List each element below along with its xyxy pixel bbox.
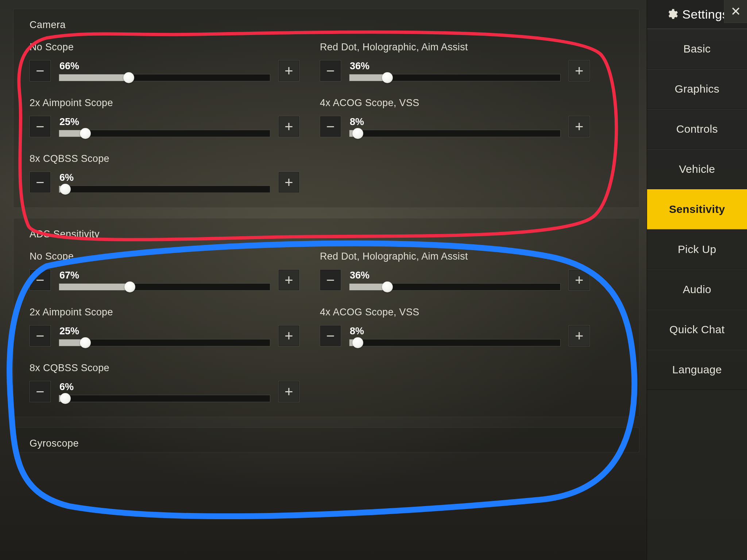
slider-value: 66%: [59, 61, 270, 72]
settings-main: Camera No Scope − 66% +: [0, 0, 647, 560]
slider-value: 25%: [59, 116, 270, 128]
slider-value: 8%: [350, 116, 561, 128]
slider-2x-scope: 2x Aimpoint Scope − 25% +: [30, 307, 299, 346]
plus-button[interactable]: +: [569, 116, 590, 137]
tab-label: Quick Chat: [669, 323, 724, 336]
settings-sidebar: Settings ✕ Basic Graphics Controls Vehic…: [647, 0, 747, 560]
slider-track[interactable]: 8%: [349, 114, 561, 137]
slider-track[interactable]: 67%: [59, 267, 270, 291]
slider-4x-scope: 4x ACOG Scope, VSS − 8% +: [320, 307, 590, 346]
tab-quick-chat[interactable]: Quick Chat: [647, 310, 747, 350]
camera-rows: No Scope − 66% + Red Dot, Holographic, A…: [30, 42, 624, 193]
plus-button[interactable]: +: [278, 381, 299, 402]
slider-label: Red Dot, Holographic, Aim Assist: [320, 251, 590, 262]
tab-language[interactable]: Language: [647, 350, 747, 390]
tab-sensitivity[interactable]: Sensitivity: [647, 189, 747, 229]
slider-red-dot: Red Dot, Holographic, Aim Assist − 36% +: [320, 251, 590, 291]
minus-button[interactable]: −: [320, 325, 341, 346]
slider-label: 2x Aimpoint Scope: [30, 307, 299, 318]
minus-button[interactable]: −: [30, 60, 51, 81]
tab-label: Vehicle: [679, 163, 715, 175]
slider-label: 4x ACOG Scope, VSS: [320, 307, 590, 318]
gyroscope-panel: Gyroscope: [13, 427, 639, 452]
slider-track[interactable]: 6%: [59, 379, 270, 402]
slider-label: 8x CQBSS Scope: [30, 153, 299, 164]
slider-track[interactable]: 36%: [349, 267, 561, 291]
slider-track[interactable]: 66%: [59, 58, 270, 81]
tab-vehicle[interactable]: Vehicle: [647, 149, 747, 189]
tab-controls[interactable]: Controls: [647, 109, 747, 149]
camera-panel: Camera No Scope − 66% +: [13, 9, 639, 208]
slider-value: 67%: [59, 270, 270, 281]
plus-button[interactable]: +: [278, 116, 299, 137]
ads-panel: ADS Sensitivity No Scope − 67% + Red Dot: [13, 218, 639, 417]
plus-button[interactable]: +: [278, 269, 299, 291]
slider-track[interactable]: 8%: [349, 323, 561, 346]
plus-button[interactable]: +: [278, 60, 299, 81]
slider-label: Red Dot, Holographic, Aim Assist: [320, 42, 590, 53]
gyroscope-title: Gyroscope: [30, 438, 624, 449]
tab-label: Audio: [683, 283, 711, 296]
tab-pick-up[interactable]: Pick Up: [647, 229, 747, 269]
tab-label: Sensitivity: [669, 203, 725, 215]
slider-value: 36%: [350, 61, 561, 72]
tab-basic[interactable]: Basic: [647, 29, 747, 69]
slider-8x-scope: 8x CQBSS Scope − 6% +: [30, 153, 299, 193]
slider-value: 25%: [59, 326, 270, 337]
minus-button[interactable]: −: [30, 172, 51, 193]
slider-label: 8x CQBSS Scope: [30, 362, 299, 374]
slider-4x-scope: 4x ACOG Scope, VSS − 8% +: [320, 97, 590, 137]
minus-button[interactable]: −: [320, 269, 341, 291]
tab-audio[interactable]: Audio: [647, 269, 747, 310]
tab-label: Basic: [684, 43, 711, 55]
plus-button[interactable]: +: [569, 325, 590, 346]
slider-label: 2x Aimpoint Scope: [30, 97, 299, 109]
slider-label: No Scope: [30, 42, 299, 53]
slider-red-dot: Red Dot, Holographic, Aim Assist − 36% +: [320, 42, 590, 81]
close-button[interactable]: ✕: [724, 0, 747, 23]
minus-button[interactable]: −: [30, 116, 51, 137]
tab-label: Graphics: [675, 83, 719, 95]
minus-button[interactable]: −: [320, 116, 341, 137]
close-icon: ✕: [731, 4, 741, 19]
slider-track[interactable]: 25%: [59, 323, 270, 346]
tab-label: Pick Up: [678, 243, 716, 256]
slider-track[interactable]: 25%: [59, 114, 270, 137]
minus-button[interactable]: −: [30, 325, 51, 346]
sidebar-title: Settings: [682, 7, 729, 22]
sidebar-header: Settings ✕: [647, 0, 747, 29]
tab-label: Controls: [676, 123, 718, 135]
slider-label: 4x ACOG Scope, VSS: [320, 97, 590, 109]
minus-button[interactable]: −: [30, 269, 51, 291]
slider-value: 6%: [59, 172, 270, 183]
plus-button[interactable]: +: [569, 269, 590, 291]
slider-track[interactable]: 36%: [349, 58, 561, 81]
slider-track[interactable]: 6%: [59, 170, 270, 193]
minus-button[interactable]: −: [320, 60, 341, 81]
slider-value: 6%: [59, 381, 270, 393]
camera-title: Camera: [30, 19, 624, 31]
slider-no-scope: No Scope − 67% +: [30, 251, 299, 291]
slider-no-scope: No Scope − 66% +: [30, 42, 299, 81]
slider-value: 36%: [350, 270, 561, 281]
ads-title: ADS Sensitivity: [30, 229, 624, 240]
slider-2x-scope: 2x Aimpoint Scope − 25% +: [30, 97, 299, 137]
gear-icon: [666, 8, 678, 20]
plus-button[interactable]: +: [569, 60, 590, 81]
plus-button[interactable]: +: [278, 172, 299, 193]
tab-label: Language: [672, 363, 722, 376]
slider-8x-scope: 8x CQBSS Scope − 6% +: [30, 362, 299, 402]
slider-label: No Scope: [30, 251, 299, 262]
minus-button[interactable]: −: [30, 381, 51, 402]
tab-graphics[interactable]: Graphics: [647, 69, 747, 109]
plus-button[interactable]: +: [278, 325, 299, 346]
ads-rows: No Scope − 67% + Red Dot, Holographic, A…: [30, 251, 624, 402]
slider-value: 8%: [350, 326, 561, 337]
